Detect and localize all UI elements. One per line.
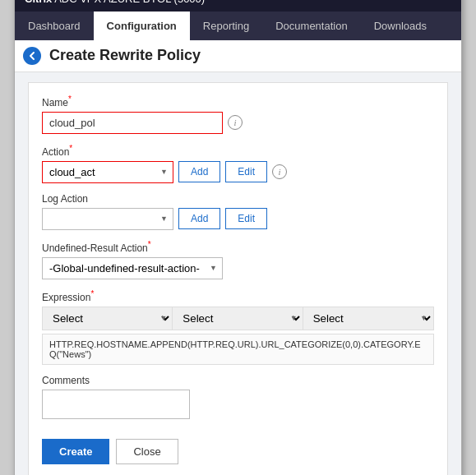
name-info-icon[interactable]: i bbox=[228, 115, 243, 130]
expr-select2[interactable]: Select bbox=[173, 307, 303, 330]
log-add-button[interactable]: Add bbox=[178, 208, 220, 229]
action-edit-button[interactable]: Edit bbox=[225, 161, 267, 182]
action-label: Action* bbox=[42, 144, 434, 158]
log-action-label: Log Action bbox=[42, 193, 434, 205]
page-title: Create Rewrite Policy bbox=[49, 47, 201, 64]
undefined-select-wrapper: -Global-undefined-result-action- bbox=[42, 257, 223, 279]
brand-name: Citrix bbox=[25, 0, 52, 5]
expr-select3[interactable]: Select bbox=[303, 307, 433, 330]
nav-item-dashboard[interactable]: Dashboard bbox=[15, 12, 94, 40]
content-area: Create Rewrite Policy Name* i Action* bbox=[15, 40, 461, 476]
create-button[interactable]: Create bbox=[42, 439, 109, 464]
comments-label: Comments bbox=[42, 375, 434, 386]
comments-input[interactable] bbox=[42, 390, 190, 419]
nav-item-downloads[interactable]: Downloads bbox=[361, 12, 440, 40]
undefined-select[interactable]: -Global-undefined-result-action- bbox=[42, 257, 223, 279]
expr-select1[interactable]: Select bbox=[43, 307, 173, 330]
close-button[interactable]: Close bbox=[116, 439, 178, 464]
title-bar: Citrix ADC VPX AZURE BYOL (5000) bbox=[15, 0, 461, 12]
app-title: ADC VPX AZURE BYOL (5000) bbox=[52, 0, 205, 5]
footer-row: Create Close bbox=[42, 432, 434, 464]
expr-select1-wrapper: Select bbox=[43, 307, 173, 330]
nav-item-configuration[interactable]: Configuration bbox=[94, 12, 190, 40]
name-label: Name* bbox=[42, 95, 434, 108]
action-select[interactable]: cloud_act bbox=[42, 161, 173, 183]
comments-field-group: Comments bbox=[42, 375, 434, 419]
nav-item-documentation[interactable]: Documentation bbox=[262, 12, 360, 40]
name-input[interactable] bbox=[42, 112, 223, 134]
log-action-input-row: Add Edit bbox=[42, 208, 434, 230]
action-field-group: Action* cloud_act Add Edit i bbox=[42, 144, 434, 183]
nav-item-reporting[interactable]: Reporting bbox=[190, 12, 262, 40]
expr-select2-wrapper: Select bbox=[173, 307, 303, 330]
form-container: Name* i Action* cloud_act bbox=[28, 82, 448, 476]
expression-value[interactable]: HTTP.REQ.HOSTNAME.APPEND(HTTP.REQ.URL).U… bbox=[42, 334, 434, 365]
expression-label: Expression* bbox=[42, 289, 434, 303]
back-button[interactable] bbox=[23, 47, 41, 65]
log-action-select[interactable] bbox=[42, 208, 173, 230]
action-info-icon[interactable]: i bbox=[272, 164, 287, 179]
page-header: Create Rewrite Policy bbox=[15, 40, 461, 72]
name-field-group: Name* i bbox=[42, 95, 434, 134]
log-edit-button[interactable]: Edit bbox=[225, 208, 267, 229]
nav-bar: Dashboard Configuration Reporting Docume… bbox=[15, 12, 461, 40]
action-select-wrapper: cloud_act bbox=[42, 161, 173, 183]
app-window: Citrix ADC VPX AZURE BYOL (5000) Dashboa… bbox=[14, 0, 462, 475]
expression-field-group: Expression* Select Select bbox=[42, 289, 434, 365]
action-add-button[interactable]: Add bbox=[178, 161, 220, 182]
undefined-label: Undefined-Result Action* bbox=[42, 240, 434, 254]
log-action-field-group: Log Action Add Edit bbox=[42, 193, 434, 230]
name-input-row: i bbox=[42, 112, 434, 134]
undefined-field-group: Undefined-Result Action* -Global-undefin… bbox=[42, 240, 434, 279]
expression-select-row: Select Select Select bbox=[42, 307, 434, 330]
expr-select3-wrapper: Select bbox=[303, 307, 433, 330]
action-input-row: cloud_act Add Edit i bbox=[42, 161, 434, 183]
log-action-select-wrapper bbox=[42, 208, 173, 230]
